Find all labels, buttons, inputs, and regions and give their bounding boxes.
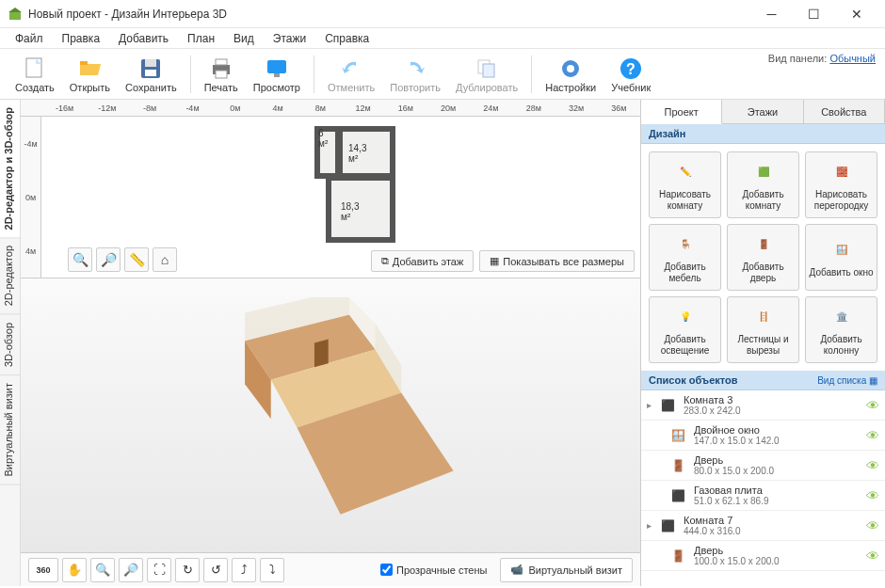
zoom-in-button[interactable]: 🔎 — [96, 247, 121, 272]
sidetab-3d[interactable]: 3D-обзор — [0, 315, 20, 375]
svg-rect-9 — [216, 59, 227, 65]
zoom-out-button[interactable]: 🔍 — [68, 247, 92, 272]
visibility-toggle[interactable]: 👁 — [866, 428, 879, 443]
object-name: Двойное окно — [694, 424, 861, 436]
maximize-button[interactable]: ☐ — [793, 1, 835, 27]
menu-edit[interactable]: Правка — [55, 30, 108, 47]
create-button[interactable]: Создать — [8, 54, 62, 95]
object-list[interactable]: ▸⬛ Комната 3 283.0 x 242.0 👁🪟 Двойное ок… — [641, 390, 885, 586]
sidetab-virtual[interactable]: Виртуальный визит — [0, 375, 20, 485]
sidetab-combined[interactable]: 2D-редактор и 3D-обзор — [0, 100, 20, 238]
tab-floors[interactable]: Этажи — [722, 100, 803, 123]
svg-rect-4 — [80, 61, 88, 65]
svg-rect-6 — [145, 59, 156, 67]
window-title: Новый проект - Дизайн Интерьера 3D — [28, 8, 750, 21]
rotate-ccw-button[interactable]: ↺ — [203, 558, 228, 582]
measure-button[interactable]: 📏 — [124, 247, 149, 272]
menubar: Файл Правка Добавить План Вид Этажи Спра… — [0, 28, 885, 49]
panel-mode-link[interactable]: Обычный — [829, 53, 876, 64]
close-button[interactable]: ✕ — [835, 1, 877, 27]
right-tabs: Проект Этажи Свойства — [641, 100, 885, 124]
show-dims-button[interactable]: ▦Показывать все размеры — [479, 250, 635, 272]
svg-marker-1 — [8, 8, 22, 12]
main-toolbar: Создать Открыть Сохранить Печать Просмот… — [0, 49, 885, 100]
add-column-button[interactable]: 🏛️Добавить колонну — [805, 296, 877, 363]
door-icon: 🚪 — [749, 230, 778, 259]
menu-plan[interactable]: План — [180, 30, 222, 47]
draw-room-button[interactable]: ✏️Нарисовать комнату — [649, 151, 721, 218]
door-icon: 🚪 — [668, 546, 688, 566]
tilt-up-button[interactable]: ⤴ — [232, 558, 256, 582]
menu-add[interactable]: Добавить — [111, 30, 176, 47]
visibility-toggle[interactable]: 👁 — [866, 488, 879, 503]
object-item[interactable]: 🪟 Двойное окно 147.0 x 15.0 x 142.0 👁 — [641, 421, 885, 451]
object-item[interactable]: ⬛ Газовая плита 51.0 x 62.1 x 86.9 👁 — [641, 481, 885, 511]
rotate-360-button[interactable]: 360 — [28, 558, 58, 582]
help-button[interactable]: ? Учебник — [603, 54, 658, 95]
menu-file[interactable]: Файл — [8, 30, 51, 47]
add-room-button[interactable]: 🟩Добавить комнату — [727, 151, 799, 218]
tab-properties[interactable]: Свойства — [804, 100, 885, 123]
redo-button[interactable]: Повторить — [382, 54, 448, 95]
object-item[interactable]: ▸⬛ Комната 7 444.0 x 316.0 👁 — [641, 511, 885, 541]
add-furniture-button[interactable]: 🪑Добавить мебель — [649, 224, 721, 291]
zoom-out-3d-button[interactable]: 🔍 — [90, 558, 115, 582]
visibility-toggle[interactable]: 👁 — [866, 458, 879, 473]
svg-rect-10 — [216, 71, 227, 78]
canvas-area: -16м-12м-8м -4м0м4м 8м12м16м 20м24м28м 3… — [21, 100, 640, 586]
panel-mode: Вид панели: Обычный — [768, 53, 876, 64]
iso-render — [181, 297, 491, 523]
gear-icon — [557, 56, 584, 82]
layers-icon: ⧉ — [381, 255, 389, 267]
list-view-link[interactable]: Вид списка ▦ — [817, 375, 877, 386]
add-window-button[interactable]: 🪟Добавить окно — [805, 224, 877, 291]
virtual-visit-button[interactable]: 📹Виртуальный визит — [500, 558, 633, 582]
minimize-button[interactable]: ─ — [750, 1, 793, 27]
fit-button[interactable]: ⛶ — [147, 558, 171, 582]
dimensions-icon: ▦ — [490, 255, 499, 267]
menu-help[interactable]: Справка — [317, 30, 377, 47]
add-floor-button[interactable]: ⧉Добавить этаж — [371, 250, 474, 272]
open-button[interactable]: Открыть — [62, 54, 118, 95]
preview-button[interactable]: Просмотр — [246, 54, 308, 95]
object-item[interactable]: 🚪 Дверь 80.0 x 15.0 x 200.0 👁 — [641, 451, 885, 481]
menu-view[interactable]: Вид — [226, 30, 262, 47]
object-dimensions: 100.0 x 15.0 x 200.0 — [694, 556, 861, 566]
pan-button[interactable]: ✋ — [62, 558, 87, 582]
stairs-icon: 🪜 — [749, 303, 778, 331]
save-button[interactable]: Сохранить — [118, 54, 185, 95]
add-light-button[interactable]: 💡Добавить освещение — [649, 296, 721, 363]
door-icon: 🚪 — [668, 455, 688, 476]
object-item[interactable]: ▸⬛ Комната 3 283.0 x 242.0 👁 — [641, 390, 885, 421]
chair-icon: 🪑 — [671, 230, 700, 259]
print-button[interactable]: Печать — [197, 54, 246, 95]
help-icon: ? — [618, 56, 644, 82]
floorplan-canvas[interactable]: 6 м² 14,3 м² 18,3 м² 🔍 🔎 📏 ⌂ ⧉Добавить э… — [41, 117, 640, 278]
add-door-button[interactable]: 🚪Добавить дверь — [727, 224, 799, 291]
sidetab-2d[interactable]: 2D-редактор — [0, 238, 20, 314]
monitor-icon — [264, 56, 290, 82]
svg-rect-11 — [267, 60, 286, 73]
view-2d[interactable]: -4м0м4м 6 м² 14,3 м² 18,3 м² 🔍 🔎 📏 ⌂ — [21, 117, 640, 278]
stairs-button[interactable]: 🪜Лестницы и вырезы — [727, 296, 799, 363]
object-item[interactable]: 🚪 Дверь 100.0 x 15.0 x 200.0 👁 — [641, 541, 885, 571]
visibility-toggle[interactable]: 👁 — [866, 398, 879, 413]
menu-floors[interactable]: Этажи — [266, 30, 314, 47]
duplicate-button[interactable]: Дублировать — [448, 54, 525, 95]
tab-project[interactable]: Проект — [641, 100, 722, 124]
svg-rect-26 — [314, 339, 329, 367]
ruler-horizontal: -16м-12м-8м -4м0м4м 8м12м16м 20м24м28м 3… — [21, 100, 640, 117]
rotate-cw-button[interactable]: ↻ — [175, 558, 200, 582]
home-button[interactable]: ⌂ — [153, 247, 177, 272]
redo-icon — [402, 56, 428, 82]
zoom-in-3d-button[interactable]: 🔎 — [119, 558, 143, 582]
visibility-toggle[interactable]: 👁 — [866, 518, 879, 533]
view-3d[interactable] — [21, 278, 640, 552]
tilt-down-button[interactable]: ⤵ — [260, 558, 284, 582]
settings-button[interactable]: Настройки — [538, 54, 603, 95]
undo-button[interactable]: Отменить — [320, 54, 382, 95]
object-dimensions: 80.0 x 15.0 x 200.0 — [694, 466, 861, 476]
visibility-toggle[interactable]: 👁 — [866, 548, 879, 564]
draw-partition-button[interactable]: 🧱Нарисовать перегородку — [805, 151, 877, 218]
transparent-walls-checkbox[interactable]: Прозрачные стены — [380, 564, 487, 576]
